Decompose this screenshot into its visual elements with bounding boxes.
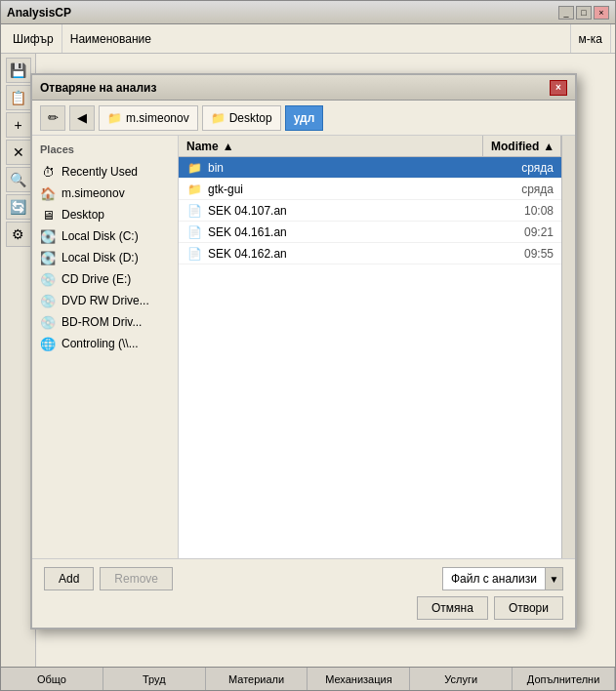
desktop-icon: 🖥 [40,207,56,223]
tab-dopalnitelni[interactable]: Допълнителни [513,668,615,690]
place-controling[interactable]: 🌐 Controling (\\... [32,333,178,354]
col-name: Наименование [62,24,571,53]
tab-uslugi[interactable]: Услуги [410,668,513,690]
place-msimeonov-label: m.simeonov [62,186,125,200]
path-desktop-btn[interactable]: 📁 Desktop [202,105,281,131]
footer-row1: Add Remove Файл с анализи ▼ [44,567,563,590]
file-item-sek107[interactable]: 📄 SEK 04.107.an 10:08 [179,200,561,222]
minimize-btn[interactable]: _ [558,6,574,20]
file-modified-gtk: сряда [475,183,554,196]
titlebar-buttons: _ □ × [558,6,609,20]
app-close-btn[interactable]: × [594,6,609,20]
col-sifur: Шифър [5,24,62,53]
back-button[interactable]: ◀ [69,105,95,131]
place-bd-rom[interactable]: 💿 BD-ROM Driv... [32,311,178,333]
place-dvd-rw[interactable]: 💿 DVD RW Drive... [32,290,178,311]
sidebar-icon-refresh[interactable]: 🔄 [6,194,31,220]
cancel-btn[interactable]: Отмяна [417,596,488,620]
folder-icon: 📁 [107,111,122,125]
sidebar-icon-search[interactable]: 🔍 [6,167,31,192]
file-sek107-icon: 📄 [186,203,202,219]
tab-trud-label: Труд [143,673,166,685]
sidebar-icon-settings[interactable]: ⚙ [6,222,31,247]
file-name-gtk: gtk-gui [208,183,475,196]
file-modified-sek161: 09:21 [475,225,554,239]
app-content: 💾 📋 + ✕ 🔍 🔄 ⚙ Отваряне на анализ × ✏ ◀ [1,54,615,668]
tab-materiali[interactable]: Материали [206,668,308,690]
place-desktop[interactable]: 🖥 Desktop [32,204,178,225]
place-recently-used[interactable]: ⏱ Recently Used [32,161,178,183]
file-item-sek161[interactable]: 📄 SEK 04.161.an 09:21 [179,222,561,243]
sidebar-icon-remove[interactable]: ✕ [6,140,31,165]
app-window: AnalysisCP _ □ × Шифър Наименование м-ка… [0,0,616,691]
place-cd-e-label: CD Drive (E:) [62,272,131,286]
sidebar-icon-save[interactable]: 💾 [6,58,31,83]
file-panel: Name ▲ Modified ▲ 📁 bin сряд [179,136,561,558]
place-dvd-label: DVD RW Drive... [62,294,149,307]
place-local-c-label: Local Disk (C:) [62,229,139,243]
dialog-titlebar: Отваряне на анализ × [32,75,575,101]
tab-mehanizaciq[interactable]: Механизация [308,668,410,690]
tab-obshto[interactable]: Общо [1,668,103,690]
remove-btn[interactable]: Remove [100,567,173,590]
col-name-label: Name [186,140,219,153]
col-modified-label: Modified [491,140,539,153]
back-icon: ◀ [77,110,87,125]
dialog-toolbar: ✏ ◀ 📁 m.simeonov 📁 Desktop удл [32,101,575,136]
add-btn[interactable]: Add [44,567,94,590]
edit-icon: ✏ [48,110,59,125]
place-desktop-label: Desktop [62,208,104,222]
place-local-d-label: Local Disk (D:) [62,251,139,264]
file-item-bin[interactable]: 📁 bin сряда [179,157,561,179]
file-name-sek162: SEK 04.162.an [208,247,475,261]
file-item-sek162[interactable]: 📄 SEK 04.162.an 09:55 [179,243,561,264]
dialog-close-btn[interactable]: × [550,80,567,96]
path2-label: Desktop [229,111,272,125]
place-controling-label: Controling (\\... [62,337,139,350]
disk-d-icon: 💽 [40,250,56,265]
maximize-btn[interactable]: □ [576,6,592,20]
col-name-header[interactable]: Name ▲ [179,136,483,156]
places-panel: Places ⏱ Recently Used 🏠 m.simeonov 🖥 De… [32,136,179,558]
cd-e-icon: 💿 [40,271,56,287]
open-dialog: Отваряне на анализ × ✏ ◀ 📁 m.simeonov 📁 … [30,73,577,630]
folder-gtk-icon: 📁 [186,182,202,197]
app-title: AnalysisCP [7,6,71,20]
app-titlebar: AnalysisCP _ □ × [1,1,615,24]
file-sek162-icon: 📄 [186,246,202,262]
main-toolbar: Шифър Наименование м-ка [1,24,615,54]
active-path-btn[interactable]: удл [285,105,324,131]
disk-c-icon: 💽 [40,228,56,244]
file-item-gtk-gui[interactable]: 📁 gtk-gui сряда [179,179,561,200]
sidebar-icon-clipboard[interactable]: 📋 [6,85,31,110]
file-list-header: Name ▲ Modified ▲ [179,136,561,157]
edit-button[interactable]: ✏ [40,105,65,131]
network-icon: 🌐 [40,336,56,351]
recently-used-icon: ⏱ [40,164,56,180]
col-modified-header[interactable]: Modified ▲ [483,136,561,156]
open-btn[interactable]: Отвори [494,596,563,620]
file-sek161-icon: 📄 [186,224,202,240]
sidebar-icon-add[interactable]: + [6,112,31,138]
active-path-label: удл [294,111,315,125]
bdrom-icon: 💿 [40,314,56,330]
file-modified-sek107: 10:08 [475,204,554,218]
file-name-sek161: SEK 04.161.an [208,225,475,239]
tab-trud[interactable]: Труд [103,668,206,690]
tab-obshto-label: Общо [37,673,66,685]
place-local-c[interactable]: 💽 Local Disk (C:) [32,225,178,247]
tab-materiali-label: Материали [228,673,284,685]
place-local-d[interactable]: 💽 Local Disk (D:) [32,247,178,268]
place-msimeonov[interactable]: 🏠 m.simeonov [32,183,178,204]
path-msimeonov-btn[interactable]: 📁 m.simeonov [99,105,198,131]
folder-icon2: 📁 [211,111,226,125]
bottom-tabs: Общо Труд Материали Механизация Услуги Д… [1,667,615,690]
dvd-icon: 💿 [40,293,56,308]
home-icon: 🏠 [40,185,56,201]
place-cd-e[interactable]: 💿 CD Drive (E:) [32,268,178,290]
folder-bin-icon: 📁 [186,160,202,176]
file-modified-sek162: 09:55 [475,247,554,261]
file-type-dropdown-arrow[interactable]: ▼ [545,568,562,589]
file-list-scrollbar[interactable] [561,136,575,558]
tab-mehanizaciq-label: Механизация [325,673,391,685]
